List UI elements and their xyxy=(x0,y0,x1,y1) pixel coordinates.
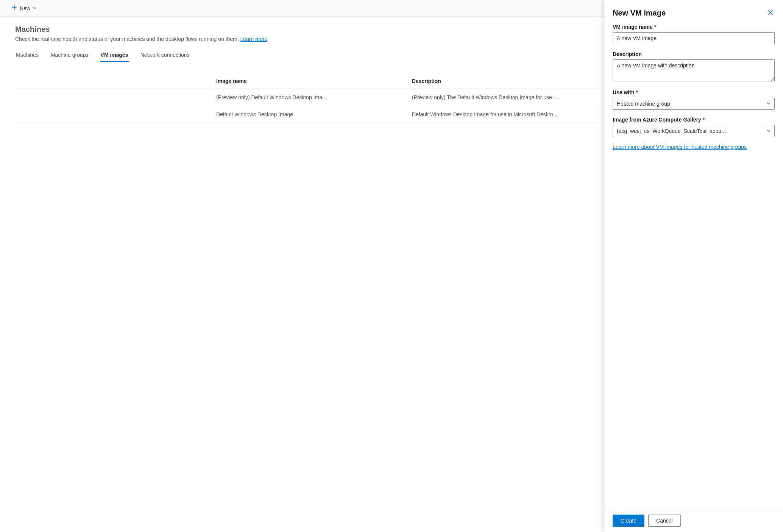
new-vm-image-panel: New VM image VM image name * Description xyxy=(604,0,783,532)
vm-image-name-input[interactable] xyxy=(613,32,775,44)
table-cell-select[interactable] xyxy=(15,89,211,106)
tab-vm-images[interactable]: VM images xyxy=(100,49,129,62)
new-button-label: New xyxy=(20,5,30,11)
page-subtitle-text: Check the real-time health and status of… xyxy=(15,36,240,42)
close-icon xyxy=(768,11,773,16)
required-asterisk: * xyxy=(703,117,705,123)
field-gallery-label: Image from Azure Compute Gallery * xyxy=(613,117,775,123)
table-cell-select[interactable] xyxy=(15,106,211,123)
panel-header: New VM image xyxy=(604,0,783,22)
tab-network-connections[interactable]: Network connections xyxy=(140,49,190,62)
field-use-with: Use with * Hosted machine group xyxy=(613,89,775,110)
panel-footer: Create Cancel xyxy=(604,509,783,532)
field-use-with-label: Use with * xyxy=(613,89,775,95)
use-with-select[interactable]: Hosted machine group xyxy=(613,98,775,110)
description-input[interactable] xyxy=(613,59,775,81)
table-cell-name: (Preview only) Default Windows Desktop I… xyxy=(211,89,407,106)
panel-title: New VM image xyxy=(613,9,666,17)
field-name: VM image name * xyxy=(613,24,775,44)
table-cell-description: (Preview only) The Default Windows Deskt… xyxy=(407,89,602,106)
cancel-button[interactable]: Cancel xyxy=(648,515,681,527)
create-button[interactable]: Create xyxy=(613,515,644,527)
field-description-label: Description xyxy=(613,51,775,57)
table-header-name[interactable]: Image name xyxy=(211,73,407,89)
table-cell-name: Default Windows Desktop Image xyxy=(211,106,407,123)
learn-more-vm-images-link[interactable]: Learn more about VM images for hosted ma… xyxy=(613,144,747,150)
learn-more-link[interactable]: Learn more xyxy=(240,36,268,42)
field-gallery: Image from Azure Compute Gallery * (acg_… xyxy=(613,117,775,137)
table-header-select xyxy=(15,73,211,89)
required-asterisk: * xyxy=(654,24,656,30)
table-header-description[interactable]: Description xyxy=(407,73,602,89)
required-asterisk: * xyxy=(636,89,638,95)
close-button[interactable] xyxy=(766,8,775,18)
panel-body: VM image name * Description Use with * H… xyxy=(604,22,783,509)
tab-machines[interactable]: Machines xyxy=(15,49,39,62)
tab-machine-groups[interactable]: Machine groups xyxy=(50,49,89,62)
field-name-label: VM image name * xyxy=(613,24,775,30)
gallery-select[interactable]: (acg_west_us_WorkQueue_ScaleTest_apos… xyxy=(613,125,775,137)
plus-icon xyxy=(11,5,17,12)
field-description: Description xyxy=(613,51,775,83)
chevron-down-icon xyxy=(33,5,37,11)
table-cell-description: Default Windows Desktop Image for use in… xyxy=(407,106,602,123)
new-button[interactable]: New xyxy=(9,3,39,13)
